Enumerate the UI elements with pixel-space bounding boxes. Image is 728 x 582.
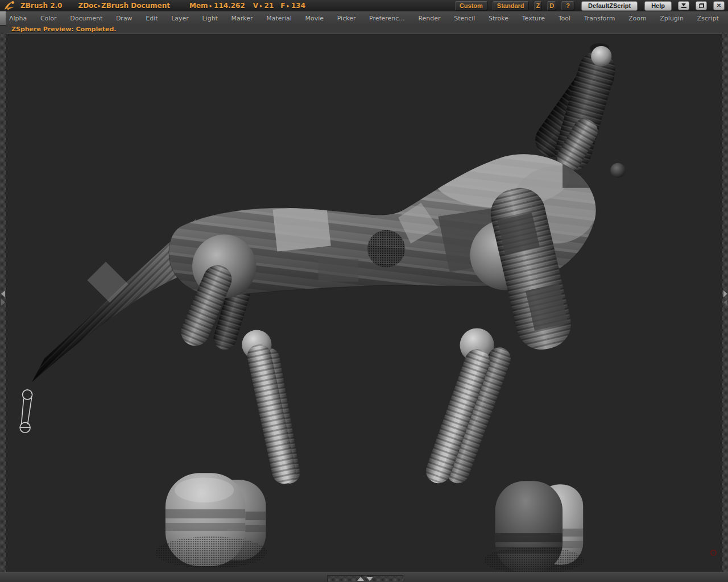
menu-color[interactable]: Color: [40, 15, 57, 22]
close-icon: ✕: [717, 3, 721, 9]
minimize-button[interactable]: [678, 1, 689, 10]
menu-document[interactable]: Document: [70, 15, 102, 22]
scroll-down-icon[interactable]: [366, 577, 373, 581]
menu-marker[interactable]: Marker: [231, 15, 253, 22]
document-breadcrumb: ZDoc ▸ ZBrush Document: [78, 2, 170, 10]
menu-layer[interactable]: Layer: [171, 15, 189, 22]
menu-movie[interactable]: Movie: [305, 15, 324, 22]
model-front-shadow: [155, 537, 267, 568]
v-label: V: [253, 2, 258, 10]
menu-texture[interactable]: Texture: [522, 15, 545, 22]
memory-stat: Mem ▸ 114.262: [189, 2, 245, 10]
zbrush-window: ZBrush 2.0 ZDoc ▸ ZBrush Document Mem ▸ …: [0, 0, 728, 582]
menu-bar: Alpha Color Document Draw Edit Layer Lig…: [0, 11, 728, 25]
f-label: F: [280, 2, 285, 10]
menu-render[interactable]: Render: [418, 15, 440, 22]
doc-name: ZBrush Document: [101, 2, 170, 10]
menu-picker[interactable]: Picker: [337, 15, 356, 22]
model-tail-fork-sphere: [610, 163, 625, 178]
minimize-icon-bar: [681, 7, 686, 8]
close-button[interactable]: ✕: [713, 1, 725, 10]
doc-label: ZDoc: [78, 2, 97, 10]
menu-zoom[interactable]: Zoom: [628, 15, 647, 22]
zbrush-logo-icon: [3, 1, 15, 11]
mem-label: Mem: [189, 2, 208, 10]
menu-draw[interactable]: Draw: [116, 15, 133, 22]
v-value: 21: [264, 2, 274, 10]
d-button[interactable]: D: [547, 1, 556, 11]
left-panel-divider[interactable]: [0, 34, 6, 572]
menu-tool[interactable]: Tool: [559, 15, 570, 22]
zsphere-model-preview: [6, 34, 722, 572]
canvas-corner-marker-icon: [710, 550, 717, 556]
menu-alpha[interactable]: Alpha: [9, 15, 27, 22]
menu-zplugin[interactable]: Zplugin: [660, 15, 684, 22]
menu-preferences[interactable]: Preferenc...: [369, 15, 405, 22]
default-zscript-button[interactable]: DefaultZScript: [581, 1, 638, 11]
canvas-scroll-strip[interactable]: [327, 575, 403, 582]
menu-transform[interactable]: Transform: [584, 15, 615, 22]
left-collapse-arrows-icon[interactable]: [0, 290, 6, 306]
menu-stroke[interactable]: Stroke: [489, 15, 508, 22]
help-button[interactable]: Help: [644, 1, 672, 11]
stat-arrow-icon: ▸: [259, 3, 263, 9]
faces-stat: F ▸ 134: [280, 2, 305, 10]
menu-light[interactable]: Light: [202, 15, 217, 22]
z-button[interactable]: Z: [534, 1, 543, 11]
mem-value: 114.262: [214, 2, 245, 10]
left-divider-tab[interactable]: [0, 11, 6, 26]
status-bar: ZSphere Preview: Completed.: [0, 25, 728, 34]
vertices-stat: V ▸ 21: [253, 2, 274, 10]
status-message: ZSphere Preview: Completed.: [11, 26, 117, 33]
help-question-button[interactable]: ?: [561, 1, 574, 11]
model-dither-spot: [367, 230, 405, 268]
app-title: ZBrush 2.0: [20, 2, 62, 10]
standard-ui-button[interactable]: Standard: [493, 1, 529, 11]
menu-zscript[interactable]: Zscript: [697, 15, 719, 22]
menu-stencil[interactable]: Stencil: [454, 15, 475, 22]
scroll-up-icon[interactable]: [357, 577, 364, 581]
document-canvas[interactable]: [6, 34, 722, 572]
f-value: 134: [291, 2, 305, 10]
right-collapse-arrows-icon[interactable]: [722, 290, 728, 306]
minimize-icon: [681, 3, 686, 6]
model-tail-tip-sphere: [591, 46, 611, 66]
custom-ui-button[interactable]: Custom: [455, 1, 487, 11]
menu-edit[interactable]: Edit: [146, 15, 158, 22]
restore-button[interactable]: [696, 1, 707, 10]
stat-arrow-icon: ▸: [286, 3, 290, 9]
title-bar: ZBrush 2.0 ZDoc ▸ ZBrush Document Mem ▸ …: [0, 0, 728, 11]
bottom-bar: [0, 572, 728, 582]
work-area: [0, 34, 728, 572]
restore-icon: [699, 3, 704, 8]
menu-material[interactable]: Material: [266, 15, 292, 22]
right-panel-divider[interactable]: [722, 34, 728, 572]
stat-arrow-icon: ▸: [209, 3, 213, 9]
